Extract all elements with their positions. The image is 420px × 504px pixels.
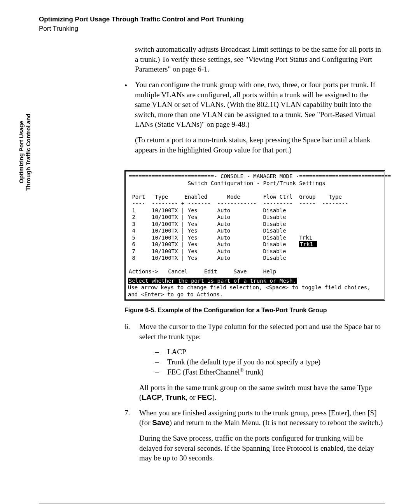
step-6-opt-3: FEC (Fast EtherChannel® trunk) [167,367,264,377]
side-tab-line-2: Through Traffic Control and [25,107,32,197]
step-6-text: Move the cursor to the Type column for t… [139,322,385,341]
console-screenshot: ==========================- CONSOLE - MA… [124,170,385,301]
console-row: 4 10/100TX | Yes Auto Disable [129,228,381,234]
page-header: Optimizing Port Usage Through Traffic Co… [39,16,385,33]
step-6: 6. Move the cursor to the Type column fo… [124,322,385,408]
console-help-selected: Select whether the port is part of a tru… [128,278,382,285]
console-actions-row: Actions-> Cancel Edit Save Help [129,268,381,275]
console-help-line: Use arrow keys to change field selection… [128,284,382,291]
console-divider: ---- -------- + ------- ------------ ---… [129,200,381,207]
page-header-title: Optimizing Port Usage Through Traffic Co… [39,16,385,23]
bullet-return-note: (To return a port to a non-trunk status,… [135,135,385,155]
console-row-selected: 6 10/100TX | Yes Auto Disable Trk1 [129,241,381,248]
bullet-item: • You can configure the trunk group with… [124,80,385,160]
step-6-opt-1: LACP [167,347,186,357]
console-row: 7 10/100TX | Yes Auto Disable [129,248,381,255]
console-row: 8 10/100TX | Yes Auto Disable [129,255,381,262]
step-6-followup: All ports in the same trunk group on the… [139,383,385,402]
bullet-paragraph: You can configure the trunk group with o… [135,80,385,130]
console-headers: Port Type Enabled Mode Flow Ctrl Group T… [129,194,381,201]
page-header-section: Port Trunking [39,25,385,33]
side-tab-line-1: Optimizing Port Usage [18,107,25,197]
step-7: 7. When you are finished assigning ports… [124,408,385,469]
console-subtitle: Switch Configuration - Port/Trunk Settin… [129,180,381,187]
console-row: 3 10/100TX | Yes Auto Disable [129,221,381,228]
bullet-icon: • [124,80,127,91]
figure-caption: Figure 6-5. Example of the Configuration… [124,306,385,315]
console-row: 1 10/100TX | Yes Auto Disable [129,207,381,214]
console-title: ==========================- CONSOLE - MA… [129,173,381,180]
console-help-line: and <Enter> to go to Actions. [128,291,382,298]
step-7-text: When you are finished assigning ports to… [139,408,385,428]
continuation-paragraph: switch automatically adjusts Broadcast L… [135,44,385,74]
console-selected-value: Trk1 [299,241,317,247]
step-6-opt-2: Trunk (the default type if you do not sp… [167,357,320,367]
step-7-followup: During the Save process, traffic on the … [139,433,385,463]
console-row: 5 10/100TX | Yes Auto Disable Trk1 [129,234,381,242]
page: Optimizing Port Usage Through Traffic Co… [0,0,420,504]
body-content: • switch automatically adjusts Broadcast… [124,44,385,469]
step-number: 7. [124,408,133,469]
side-tab: Optimizing Port Usage Through Traffic Co… [18,106,32,198]
step-number: 6. [124,322,133,408]
continuation-block: • switch automatically adjusts Broadcast… [124,44,385,80]
console-row: 2 10/100TX | Yes Auto Disable [129,214,381,221]
